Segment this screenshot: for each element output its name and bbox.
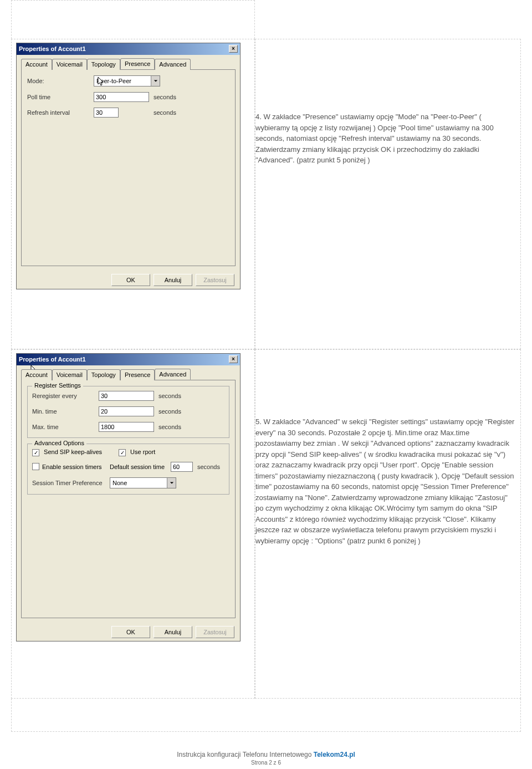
dialog-advanced: Properties of Account1 × Account Voicema… xyxy=(16,353,241,641)
mode-label: Mode: xyxy=(27,78,94,84)
seconds-label: seconds xyxy=(158,424,181,430)
close-icon[interactable]: × xyxy=(229,45,238,53)
group-title: Register Settings xyxy=(32,382,83,389)
default-session-label: Default session time xyxy=(110,464,171,470)
cancel-button[interactable]: Anuluj xyxy=(154,626,192,638)
seconds-label: seconds xyxy=(154,94,176,100)
panel: Mode: Peer-to-Peer Poll time seconds Re xyxy=(21,69,236,266)
seconds-label: seconds xyxy=(158,393,181,399)
footer-page: Strona 2 z 6 xyxy=(251,760,281,766)
footer-brand: Telekom24.pl xyxy=(314,751,355,758)
tab-account[interactable]: Account xyxy=(21,59,52,70)
enable-timers-label: Enable session timers xyxy=(42,464,102,470)
cursor-icon xyxy=(98,77,105,86)
tab-presence[interactable]: Presence xyxy=(120,58,155,69)
use-rport-label: Use rport xyxy=(130,449,155,455)
use-rport-checkbox[interactable]: ✓ xyxy=(119,449,126,456)
footer-text: Instrukcja konfiguracji Telefonu Interne… xyxy=(177,751,311,758)
cancel-button[interactable]: Anuluj xyxy=(154,274,192,286)
title-bar: Properties of Account1 × xyxy=(17,354,240,365)
tab-topology[interactable]: Topology xyxy=(87,369,120,380)
tabs: Account Voicemail Topology Presence Adva… xyxy=(17,365,240,380)
ok-button[interactable]: OK xyxy=(111,626,150,638)
title-bar: Properties of Account1 × xyxy=(17,43,240,55)
instruction-step-5: 5. W zakładce "Advanced" w sekcji "Regis… xyxy=(255,350,520,552)
timer-pref-label: Session Timer Preference xyxy=(32,480,110,486)
chevron-down-icon xyxy=(151,76,160,86)
refresh-interval-input[interactable] xyxy=(94,108,119,118)
send-sip-checkbox[interactable]: ✓ xyxy=(32,449,39,456)
seconds-label: seconds xyxy=(154,109,176,116)
close-icon[interactable]: × xyxy=(229,355,238,363)
ok-button[interactable]: OK xyxy=(111,274,150,286)
min-time-label: Min. time xyxy=(32,408,99,415)
tab-voicemail[interactable]: Voicemail xyxy=(52,59,87,70)
tab-advanced[interactable]: Advanced xyxy=(155,369,191,380)
timer-pref-dropdown[interactable]: None xyxy=(110,477,176,488)
tab-advanced[interactable]: Advanced xyxy=(155,59,191,70)
register-settings-group: Register Settings Reregister every secon… xyxy=(27,386,229,438)
max-time-input[interactable] xyxy=(99,422,154,432)
seconds-label: seconds xyxy=(158,408,181,415)
poll-time-input[interactable] xyxy=(94,92,149,102)
tab-presence[interactable]: Presence xyxy=(120,369,155,380)
apply-button[interactable]: Zastosuj xyxy=(196,626,234,638)
reregister-label: Reregister every xyxy=(32,393,99,399)
dialog-presence: Properties of Account1 × Account Voicema… xyxy=(16,43,241,289)
max-time-label: Max. time xyxy=(32,424,99,430)
poll-label: Poll time xyxy=(27,94,94,100)
footer: Instrukcja konfiguracji Telefonu Interne… xyxy=(0,751,532,766)
instruction-step-4: 4. W zakładce "Presence" ustawiamy opcję… xyxy=(255,39,520,171)
panel: Register Settings Reregister every secon… xyxy=(21,380,236,618)
advanced-options-group: Advanced Options ✓ Send SIP keep-alives … xyxy=(27,444,229,495)
tabs: Account Voicemail Topology Presence Adva… xyxy=(17,55,240,69)
refresh-label: Refresh interval xyxy=(27,109,94,116)
send-sip-label: Send SIP keep-alives xyxy=(44,449,102,455)
dialog-title: Properties of Account1 xyxy=(19,45,86,52)
dialog-title: Properties of Account1 xyxy=(19,356,86,363)
reregister-input[interactable] xyxy=(99,391,154,401)
min-time-input[interactable] xyxy=(99,406,154,416)
group-title: Advanced Options xyxy=(32,440,86,446)
apply-button[interactable]: Zastosuj xyxy=(196,274,234,286)
timer-pref-value: None xyxy=(112,480,127,486)
chevron-down-icon xyxy=(167,478,176,488)
default-session-input[interactable] xyxy=(171,462,193,472)
tab-voicemail[interactable]: Voicemail xyxy=(52,369,87,380)
tab-topology[interactable]: Topology xyxy=(87,59,120,70)
enable-timers-checkbox[interactable] xyxy=(32,463,39,470)
tab-account[interactable]: Account xyxy=(21,369,52,380)
seconds-label: seconds xyxy=(197,464,220,470)
